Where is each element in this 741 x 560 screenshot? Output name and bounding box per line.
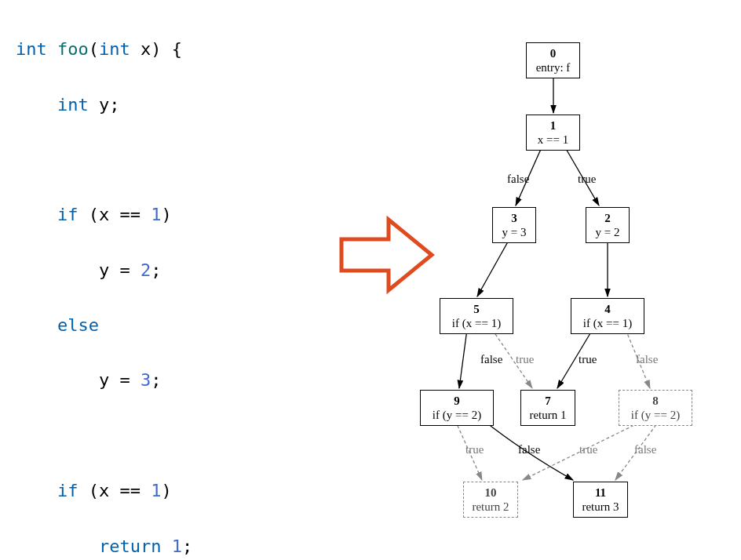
edge-label: false	[480, 353, 502, 366]
node-8: 8if (y == 2)	[619, 390, 692, 426]
edge-label: false	[636, 353, 658, 366]
edge-label: false	[634, 443, 656, 456]
edge-label: true	[579, 353, 597, 366]
node-4: 4if (x == 1)	[571, 298, 644, 334]
edge-label: false	[507, 173, 529, 186]
edge-label: true	[465, 443, 484, 456]
node-1: 1x == 1	[526, 115, 580, 151]
node-0: 0entry: f	[526, 42, 580, 78]
node-11: 11return 3	[573, 482, 628, 518]
node-10: 10return 2	[463, 482, 518, 518]
node-9: 9if (y == 2)	[420, 390, 494, 426]
svg-line-3	[477, 238, 510, 296]
node-5: 5if (x == 1)	[440, 298, 513, 334]
code-listing: int foo(int x) { int y; if (x == 1) y = …	[0, 0, 239, 560]
graph-edges	[416, 31, 730, 533]
edge-label: true	[578, 173, 596, 186]
edge-label: true	[516, 353, 534, 366]
edge-label: true	[579, 443, 597, 456]
node-7: 7return 1	[520, 390, 575, 426]
edge-label: false	[518, 443, 540, 456]
control-flow-graph: 0entry: f 1x == 1 3y = 3 2y = 2 5if (x =…	[416, 31, 730, 533]
svg-line-5	[459, 329, 467, 388]
node-3: 3y = 3	[492, 207, 536, 243]
node-2: 2y = 2	[586, 207, 630, 243]
